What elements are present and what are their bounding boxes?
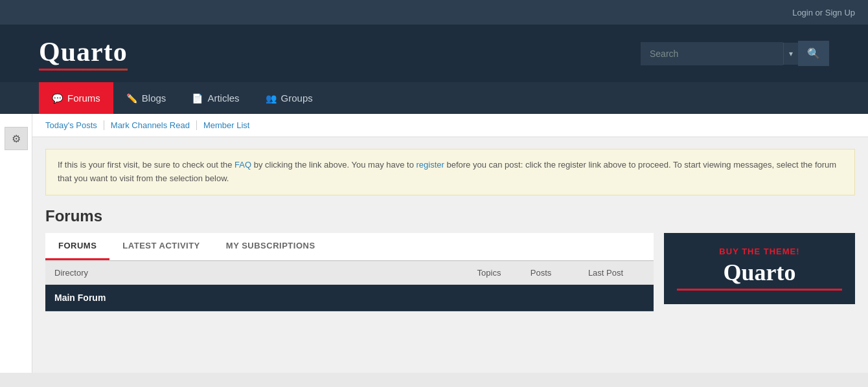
subnav-todays-posts[interactable]: Today's Posts — [45, 120, 104, 130]
top-bar: Login or Sign Up — [0, 0, 868, 25]
info-box: If this is your first visit, be sure to … — [45, 149, 855, 195]
buy-theme-panel: BUY THE THEME! Quarto — [664, 233, 855, 304]
main-wrapper: ⚙ Today's Posts Mark Channels Read Membe… — [0, 114, 868, 373]
subnav-mark-channels-read[interactable]: Mark Channels Read — [104, 120, 197, 130]
infobox-text-after-faq: by clicking the link above. You may have… — [251, 160, 416, 170]
col-directory-label: Directory — [54, 268, 463, 278]
nav-label-articles: Articles — [207, 93, 239, 104]
nav-item-articles[interactable]: 📄 Articles — [179, 82, 252, 114]
main-forum-title: Main Forum — [54, 293, 106, 303]
logo-text: Quarto — [39, 36, 128, 67]
forums-heading: Forums — [45, 207, 855, 225]
sub-nav: Today's Posts Mark Channels Read Member … — [32, 114, 868, 137]
nav-label-groups: Groups — [281, 93, 313, 104]
col-topics-label: Topics — [463, 268, 515, 278]
col-posts-label: Posts — [515, 268, 567, 278]
search-area: ▾ 🔍 — [641, 41, 829, 66]
gear-button[interactable]: ⚙ — [5, 127, 28, 150]
buy-theme-underline — [677, 289, 842, 291]
logo: Quarto — [39, 36, 128, 71]
buy-theme-title: Quarto — [724, 259, 796, 286]
buy-theme-label: BUY THE THEME! — [719, 247, 799, 256]
tab-bar: FORUMS LATEST ACTIVITY MY SUBSCRIPTIONS — [45, 233, 654, 261]
forums-body: FORUMS LATEST ACTIVITY MY SUBSCRIPTIONS … — [45, 233, 855, 311]
nav-bar: 💬 Forums ✏️ Blogs 📄 Articles 👥 Groups — [0, 82, 868, 114]
search-button[interactable]: 🔍 — [798, 41, 829, 66]
nav-item-blogs[interactable]: ✏️ Blogs — [113, 82, 179, 114]
register-link[interactable]: register — [417, 160, 444, 170]
nav-item-groups[interactable]: 👥 Groups — [253, 82, 326, 114]
col-lastpost-label: Last Post — [567, 268, 645, 278]
tab-latest-activity[interactable]: LATEST ACTIVITY — [109, 233, 212, 260]
faq-link[interactable]: FAQ — [234, 160, 251, 170]
login-signup-link[interactable]: Login or Sign Up — [792, 8, 855, 17]
search-input[interactable] — [641, 42, 783, 65]
subnav-member-list[interactable]: Member List — [197, 120, 257, 130]
groups-icon: 👥 — [266, 93, 277, 104]
gear-icon: ⚙ — [12, 133, 21, 145]
content-area: Today's Posts Mark Channels Read Member … — [32, 114, 868, 373]
forums-icon: 💬 — [52, 93, 63, 104]
search-dropdown-button[interactable]: ▾ — [783, 43, 798, 65]
forum-row-main[interactable]: Main Forum — [45, 285, 654, 311]
tabs-panel: FORUMS LATEST ACTIVITY MY SUBSCRIPTIONS … — [45, 233, 654, 311]
table-header: Directory Topics Posts Last Post — [45, 261, 654, 285]
sidebar-gear: ⚙ — [0, 114, 32, 373]
nav-label-forums: Forums — [67, 93, 100, 104]
header: Quarto ▾ 🔍 — [0, 25, 868, 82]
nav-item-forums[interactable]: 💬 Forums — [39, 82, 113, 114]
blogs-icon: ✏️ — [126, 93, 137, 104]
logo-underline — [39, 69, 128, 71]
articles-icon: 📄 — [192, 93, 203, 104]
tab-forums[interactable]: FORUMS — [45, 233, 109, 260]
infobox-text-before-faq: If this is your first visit, be sure to … — [58, 160, 234, 170]
tab-my-subscriptions[interactable]: MY SUBSCRIPTIONS — [213, 233, 328, 260]
nav-label-blogs: Blogs — [142, 93, 166, 104]
